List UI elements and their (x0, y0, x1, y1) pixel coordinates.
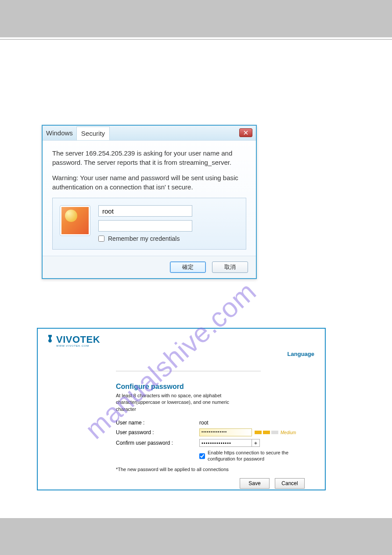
https-checkbox[interactable] (199, 450, 205, 462)
form-actions: Save Cancel (116, 478, 309, 489)
username-row: User name : root (116, 420, 309, 426)
confirm-password-input[interactable] (199, 439, 252, 447)
user-password-input[interactable]: •••••••••••••• (199, 428, 252, 436)
https-row: Enable https connection to secure the co… (199, 450, 309, 462)
vivotek-panel: VIVOTEK WWW.VIVOTEK.COM Language Configu… (37, 328, 326, 490)
titlebar-text-2: Security (76, 127, 110, 140)
form-divider (116, 371, 261, 371)
credentials-panel: Remember my credentials (52, 198, 246, 250)
form-note: *The new password will be applied to all… (116, 467, 309, 472)
strength-bar-3 (271, 431, 278, 434)
save-button[interactable]: Save (240, 478, 270, 489)
dialog-message: The server 169.254.205.239 is asking for… (52, 149, 246, 192)
remember-credentials-row[interactable]: Remember my credentials (98, 235, 239, 242)
username-value: root (199, 420, 209, 426)
close-icon (244, 131, 248, 135)
cancel-button-viv[interactable]: Cancel (275, 478, 305, 489)
strength-bar-1 (255, 431, 262, 434)
remember-label: Remember my credentials (108, 235, 180, 242)
username-label: User name : (116, 420, 199, 426)
configure-password-form: Configure password At least 8 characters… (116, 371, 309, 489)
confirm-password-label: Confirm user password : (116, 440, 199, 446)
password-input[interactable] (98, 220, 192, 232)
vivotek-logo-text: VIVOTEK (56, 334, 100, 345)
strength-label: Medium (281, 430, 296, 435)
dialog-body: The server 169.254.205.239 is asking for… (43, 141, 256, 250)
credential-fields: Remember my credentials (98, 205, 239, 242)
form-heading: Configure password (116, 383, 309, 391)
page-footer-bar (0, 518, 392, 555)
confirm-password-row: Confirm user password : ◈ (116, 439, 309, 447)
vivotek-logo: VIVOTEK (46, 334, 317, 345)
titlebar-text-1: Windows (43, 129, 76, 137)
user-avatar-icon (60, 205, 90, 236)
user-password-row: User password : •••••••••••••• Medium (116, 428, 309, 436)
language-link[interactable]: Language (288, 351, 314, 357)
dialog-footer: 確定 取消 (43, 256, 256, 278)
strength-bar-2 (263, 431, 270, 434)
page-header-bar (0, 0, 392, 37)
dialog-titlebar: Windows Security (43, 126, 256, 141)
windows-security-dialog: Windows Security The server 169.254.205.… (42, 125, 257, 279)
https-label: Enable https connection to secure the co… (208, 450, 309, 462)
close-button[interactable] (239, 128, 252, 137)
user-password-label: User password : (116, 429, 199, 435)
dialog-message-1: The server 169.254.205.239 is asking for… (52, 149, 246, 167)
cancel-button[interactable]: 取消 (212, 261, 248, 273)
username-input[interactable] (98, 205, 192, 217)
form-description: At least 8 characters with no space, one… (116, 392, 239, 413)
remember-checkbox[interactable] (98, 236, 104, 242)
ok-button[interactable]: 確定 (170, 261, 206, 273)
password-strength-meter: Medium (255, 430, 296, 435)
vivotek-logo-icon (46, 334, 54, 345)
reveal-password-icon[interactable]: ◈ (252, 439, 260, 447)
page-header-rule (0, 39, 392, 40)
dialog-message-2: Warning: Your user name and password wil… (52, 173, 246, 192)
